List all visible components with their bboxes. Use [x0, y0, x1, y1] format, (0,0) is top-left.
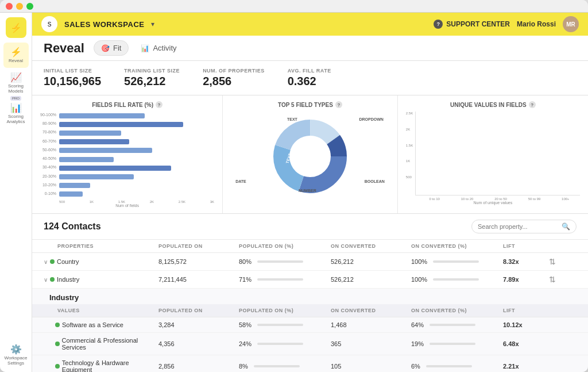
workspace-icon: S — [41, 16, 57, 32]
sub-row-commercial-converted: 365 — [331, 340, 411, 347]
expand-icon[interactable]: ∨ — [44, 259, 48, 265]
support-icon: ? — [434, 20, 443, 29]
contacts-title: 124 Contacts — [44, 221, 101, 232]
status-dot — [50, 277, 55, 282]
sidebar-item-workspace-settings[interactable]: ⚙️ WorkspaceSettings — [3, 342, 29, 367]
fields-fill-rate-chart: FIELDS FILL RATE (%) ? 90-100%80-90%70-8… — [32, 95, 223, 213]
sidebar-reveal-label: Reveal — [9, 59, 23, 64]
tab-activity-label: Activity — [153, 44, 176, 52]
metric-training-list-value: 526,212 — [124, 75, 180, 88]
metric-initial-list-label: INITIAL LIST SIZE — [44, 68, 101, 74]
support-center-label: SUPPORT CENTER — [446, 20, 510, 28]
metric-initial-list: INITIAL LIST SIZE 10,156,965 — [44, 68, 101, 88]
sub-row-commercial-lift: 6.48x — [503, 340, 549, 347]
row-country-actions[interactable]: ⇅ — [549, 257, 572, 266]
user-name: Mario Rossi — [517, 20, 556, 28]
top-bar: S SALES WORKSPACE ▾ ? SUPPORT CENTER Mar… — [32, 13, 588, 36]
sidebar-item-scoring-models[interactable]: 📈 ScoringModels — [3, 70, 29, 95]
search-input[interactable] — [478, 223, 558, 230]
tab-fit[interactable]: 🎯 Fit — [94, 40, 129, 56]
sub-row-commercial-name: Commercial & Professional Services — [44, 337, 158, 351]
status-dot — [55, 323, 60, 327]
main-layout: ⚡ ⚡ Reveal 📈 ScoringModels PRO 📊 Scoring… — [0, 13, 588, 372]
tab-bar: 🎯 Fit 📊 Activity — [94, 40, 184, 56]
unique-values-bars — [415, 112, 580, 195]
row-industry-actions[interactable]: ⇅ — [549, 275, 572, 284]
row-industry-name: ∨ Industry — [44, 276, 158, 283]
svg-point-5 — [292, 138, 328, 175]
sidebar: ⚡ ⚡ Reveal 📈 ScoringModels PRO 📊 Scoring… — [0, 13, 32, 372]
th-converted-pct: ON CONVERTED (%) — [411, 243, 503, 249]
sub-row-commercial-populated: 4,356 — [158, 340, 239, 347]
metric-num-properties: NUM. OF PROPERTIES 2,856 — [203, 68, 265, 88]
sort-icon[interactable]: ⇅ — [549, 275, 556, 284]
scoring-models-icon: 📈 — [10, 72, 22, 83]
sidebar-scoring-analytics-label: ScoringAnalytics — [6, 114, 25, 125]
top-bar-right: ? SUPPORT CENTER Mario Rossi MR — [434, 16, 579, 32]
row-country-name: ∨ Country — [44, 258, 158, 265]
sub-section-title: Industry — [32, 289, 588, 304]
support-center[interactable]: ? SUPPORT CENTER — [434, 20, 510, 29]
row-industry-converted: 526,212 — [331, 276, 411, 283]
sub-row-tech-pct: 8% — [239, 363, 331, 370]
content-area: S SALES WORKSPACE ▾ ? SUPPORT CENTER Mar… — [32, 13, 588, 372]
donut-chart-help-icon[interactable]: ? — [335, 101, 342, 108]
converted-bar — [430, 343, 475, 345]
metric-avg-fill-rate-label: AVG. FILL RATE — [288, 68, 331, 74]
maximize-dot[interactable] — [26, 3, 33, 10]
search-icon: 🔍 — [562, 223, 570, 231]
sub-row-tech-populated: 2,856 — [158, 363, 239, 370]
row-country-converted: 526,212 — [331, 258, 411, 265]
sub-row-saas-conv-pct: 64% — [411, 321, 503, 328]
donut-chart-container: TEXT TEXT DROPDOWN BOOLEAN NUMBER DATE — [231, 112, 389, 201]
workspace-chevron-icon[interactable]: ▾ — [151, 20, 154, 28]
th-properties: PROPERTIES — [44, 243, 158, 249]
workspace-name: SALES WORKSPACE — [64, 20, 144, 29]
th-lift: LIFT — [503, 243, 549, 249]
search-box[interactable]: 🔍 — [471, 220, 577, 233]
pro-badge: PRO — [10, 96, 21, 101]
sub-th-values: VALUES — [44, 308, 158, 313]
row-industry-populated-pct: 71% — [239, 276, 331, 283]
sub-row-tech-lift: 2.21x — [503, 363, 549, 370]
donut-label-dropdown: DROPDOWN — [359, 117, 383, 121]
close-dot[interactable] — [6, 3, 13, 10]
progress-bar — [257, 324, 303, 326]
unique-values-y-labels: 2.5K2K1.5K1K500 — [406, 112, 415, 201]
row-country-lift: 8.32x — [503, 258, 549, 265]
page-title: Reveal — [44, 41, 84, 56]
sidebar-item-scoring-analytics[interactable]: PRO 📊 ScoringAnalytics — [3, 98, 29, 123]
sub-table-header: VALUES POPULATED ON POPULATED ON (%) ON … — [32, 304, 588, 317]
bar-chart-x-labels: 5001K1.5K2K2.5K3K — [59, 199, 214, 204]
donut-svg: TEXT — [270, 116, 350, 197]
status-dot — [50, 259, 55, 264]
sort-icon[interactable]: ⇅ — [549, 257, 556, 266]
unique-values-title: UNIQUE VALUES IN FIELDS ? — [406, 101, 580, 108]
scoring-analytics-icon: 📊 — [10, 102, 22, 113]
donut-label-number: NUMBER — [299, 189, 316, 193]
bar-chart-help-icon[interactable]: ? — [156, 101, 163, 108]
minimize-dot[interactable] — [16, 3, 23, 10]
sub-table-row: Commercial & Professional Services 4,356… — [32, 333, 588, 355]
th-on-converted: ON CONVERTED — [331, 243, 411, 249]
th-populated-pct: POPULATED ON (%) — [239, 243, 331, 249]
expand-icon[interactable]: ∨ — [44, 277, 48, 283]
unique-values-help-icon[interactable]: ? — [529, 101, 536, 108]
row-industry-populated: 7,211,445 — [158, 276, 239, 283]
progress-bar — [257, 260, 303, 263]
sub-row-commercial-pct: 24% — [239, 340, 331, 347]
sub-table-row: Technology & Hardware Equipment 2,856 8%… — [32, 355, 588, 372]
top-field-types-chart: TOP 5 FIELD TYPES ? — [223, 95, 398, 213]
th-actions — [549, 243, 572, 249]
metric-num-properties-value: 2,856 — [203, 75, 265, 88]
tab-activity[interactable]: 📊 Activity — [133, 40, 184, 56]
metric-training-list-label: TRAINING LIST SIZE — [124, 68, 180, 74]
sidebar-item-reveal[interactable]: ⚡ Reveal — [3, 43, 29, 68]
bar-chart-y-labels: 90-100%80-90%70-80%60-70%50-60%40-50%30-… — [40, 112, 59, 204]
user-initials: MR — [566, 21, 575, 28]
fit-icon: 🎯 — [101, 44, 110, 52]
progress-bar — [257, 278, 303, 281]
title-bar — [0, 0, 588, 13]
metrics-row: INITIAL LIST SIZE 10,156,965 TRAINING LI… — [32, 61, 588, 95]
user-avatar: MR — [563, 16, 579, 32]
